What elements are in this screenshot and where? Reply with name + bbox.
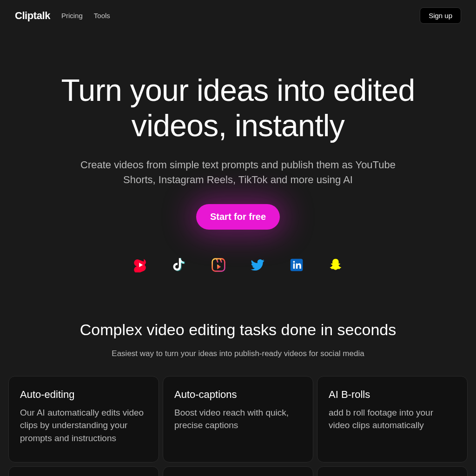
signup-button[interactable]: Sign up <box>420 7 461 24</box>
hero-headline: Turn your ideas into edited videos, inst… <box>28 73 448 144</box>
feature-title: Auto-captions <box>174 389 302 401</box>
feature-desc: Our AI automatically edits video clips b… <box>20 406 147 445</box>
twitter-icon <box>250 258 265 274</box>
tiktok-icon <box>172 258 187 274</box>
logo[interactable]: Cliptalk <box>15 10 50 22</box>
features-headline: Complex video editing tasks done in seco… <box>8 321 468 339</box>
features-grid: Auto-editing Our AI automatically edits … <box>8 376 468 476</box>
feature-desc: add b roll footage into your video clips… <box>329 406 456 432</box>
nav-link-pricing[interactable]: Pricing <box>61 12 83 20</box>
feature-title: AI B-rolls <box>329 389 456 401</box>
linkedin-icon <box>289 258 304 274</box>
features-subhead: Easiest way to turn your ideas into publ… <box>8 349 468 358</box>
hero: Turn your ideas into edited videos, inst… <box>0 31 476 293</box>
cta-button[interactable]: Start for free <box>196 204 280 230</box>
svg-rect-0 <box>212 258 225 271</box>
feature-card: Natural language editing Edit your video… <box>8 466 159 476</box>
platform-icons <box>28 258 448 274</box>
nav-link-tools[interactable]: Tools <box>94 12 110 20</box>
feature-desc: Boost video reach with quick, precise ca… <box>174 406 302 432</box>
header: Cliptalk Pricing Tools Sign up <box>0 0 476 31</box>
features-section: Complex video editing tasks done in seco… <box>0 293 476 476</box>
feature-card: Auto-captions Boost video reach with qui… <box>163 376 313 463</box>
snapchat-icon <box>328 258 343 274</box>
feature-card: Auto-editing Our AI automatically edits … <box>8 376 159 463</box>
feature-card: Auto-clipping Use AI to automatically ma… <box>317 466 468 476</box>
feature-card: AI B-rolls add b roll footage into your … <box>317 376 468 463</box>
hero-subhead: Create videos from simple text prompts a… <box>71 158 405 187</box>
feature-card: Remove Silences and Filler words <box>163 466 313 476</box>
feature-title: Auto-editing <box>20 389 147 401</box>
instagram-reels-icon <box>211 258 226 274</box>
youtube-shorts-icon <box>133 258 148 274</box>
